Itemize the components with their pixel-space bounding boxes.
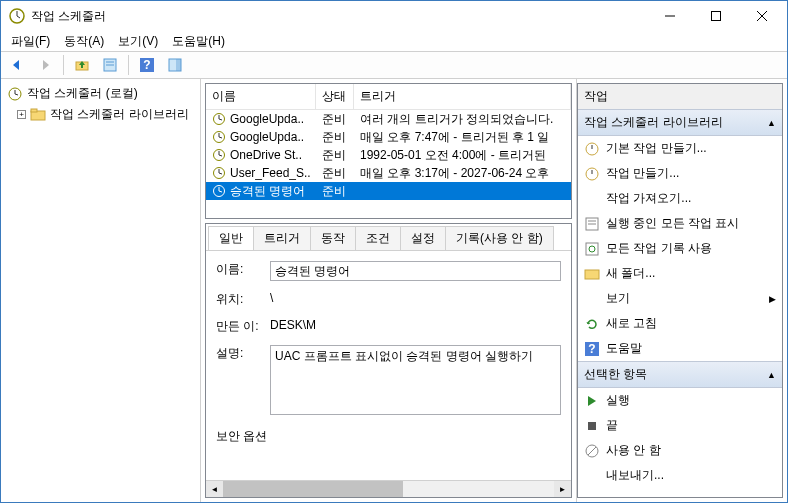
task-row[interactable]: GoogleUpda..준비여러 개의 트리거가 정의되었습니다.	[206, 110, 571, 128]
task-detail-pane: 일반 트리거 동작 조건 설정 기록(사용 안 함) 이름: 위치: \ 만든 …	[205, 223, 572, 498]
action-enable-history[interactable]: 모든 작업 기록 사용	[578, 236, 782, 261]
tab-settings[interactable]: 설정	[400, 226, 446, 250]
tab-conditions[interactable]: 조건	[355, 226, 401, 250]
help-icon: ?	[584, 341, 600, 357]
submenu-icon: ▶	[769, 294, 776, 304]
clock-icon	[584, 141, 600, 157]
list-icon	[584, 216, 600, 232]
tree-library-node[interactable]: + 작업 스케줄러 라이브러리	[5, 104, 196, 125]
actions-header: 작업	[578, 84, 782, 109]
svg-rect-42	[586, 243, 598, 255]
desc-label: 설명:	[216, 345, 270, 362]
action-disable[interactable]: 사용 안 함	[578, 438, 782, 463]
name-field[interactable]	[270, 261, 561, 281]
action-run[interactable]: 실행	[578, 388, 782, 413]
action-view[interactable]: 보기▶	[578, 286, 782, 311]
scroll-right-button[interactable]: ►	[554, 481, 571, 498]
stop-icon	[584, 418, 600, 434]
history-icon	[584, 241, 600, 257]
task-name: 승격된 명령어	[230, 183, 305, 200]
task-row[interactable]: 승격된 명령어준비	[206, 182, 571, 200]
col-state[interactable]: 상태	[316, 84, 354, 109]
menu-view[interactable]: 보기(V)	[112, 31, 164, 52]
task-list-header: 이름 상태 트리거	[206, 84, 571, 110]
nav-forward-button[interactable]	[33, 53, 57, 77]
actions-pane: 작업 작업 스케줄러 라이브러리 ▲ 기본 작업 만들기... 작업 만들기..…	[577, 83, 783, 498]
task-name: GoogleUpda..	[230, 130, 304, 144]
nav-back-button[interactable]	[5, 53, 29, 77]
minimize-button[interactable]	[647, 1, 693, 31]
clock-icon	[212, 112, 226, 126]
task-trigger: 여러 개의 트리거가 정의되었습니다.	[354, 110, 571, 129]
action-show-running[interactable]: 실행 중인 모든 작업 표시	[578, 211, 782, 236]
library-actions: 기본 작업 만들기... 작업 만들기... 작업 가져오기... 실행 중인 …	[578, 136, 782, 361]
up-folder-button[interactable]	[70, 53, 94, 77]
actions-section-library[interactable]: 작업 스케줄러 라이브러리 ▲	[578, 109, 782, 136]
action-create[interactable]: 작업 만들기...	[578, 161, 782, 186]
task-state: 준비	[316, 146, 354, 165]
maximize-button[interactable]	[693, 1, 739, 31]
action-import[interactable]: 작업 가져오기...	[578, 186, 782, 211]
action-create-basic[interactable]: 기본 작업 만들기...	[578, 136, 782, 161]
folder-icon	[30, 108, 46, 122]
close-button[interactable]	[739, 1, 785, 31]
col-trigger[interactable]: 트리거	[354, 84, 571, 109]
svg-rect-44	[585, 270, 599, 279]
task-row[interactable]: User_Feed_S..준비매일 오후 3:17에 - 2027-06-24 …	[206, 164, 571, 182]
task-name: User_Feed_S..	[230, 166, 311, 180]
task-state: 준비	[316, 128, 354, 147]
col-name[interactable]: 이름	[206, 84, 316, 109]
clock-icon	[212, 184, 226, 198]
tab-general[interactable]: 일반	[208, 226, 254, 250]
selected-actions: 실행 끝 사용 안 함 내보내기...	[578, 388, 782, 488]
menu-action[interactable]: 동작(A)	[58, 31, 110, 52]
tab-content-general: 이름: 위치: \ 만든 이: DESK\M 설명: UAC 프롬프트 표시없이…	[206, 250, 571, 480]
desc-field[interactable]: UAC 프롬프트 표시없이 승격된 명령어 실행하기	[270, 345, 561, 415]
action-new-folder[interactable]: 새 폴더...	[578, 261, 782, 286]
clock-icon	[7, 86, 23, 102]
clock-icon	[212, 130, 226, 144]
menu-help[interactable]: 도움말(H)	[166, 31, 231, 52]
action-help[interactable]: ?도움말	[578, 336, 782, 361]
task-trigger: 매일 오후 3:17에 - 2027-06-24 오후	[354, 164, 571, 183]
expand-icon[interactable]: +	[17, 110, 26, 119]
scroll-thumb[interactable]	[223, 481, 403, 497]
task-trigger: 매일 오후 7:47에 - 트리거된 후 1 일	[354, 128, 571, 147]
tab-history[interactable]: 기록(사용 안 함)	[445, 226, 554, 250]
horizontal-scrollbar[interactable]: ◄ ►	[206, 480, 571, 497]
author-value: DESK\M	[270, 318, 561, 332]
window-title: 작업 스케줄러	[31, 8, 647, 25]
clock-icon	[584, 166, 600, 182]
security-label: 보안 옵션	[216, 428, 267, 445]
svg-text:?: ?	[143, 58, 150, 72]
task-list: 이름 상태 트리거 GoogleUpda..준비여러 개의 트리거가 정의되었습…	[205, 83, 572, 219]
task-state: 준비	[316, 110, 354, 129]
tab-actions[interactable]: 동작	[310, 226, 356, 250]
actions-section-selected[interactable]: 선택한 항목 ▲	[578, 361, 782, 388]
play-icon	[584, 393, 600, 409]
refresh-icon	[584, 316, 600, 332]
task-state: 준비	[316, 164, 354, 183]
clock-icon	[212, 148, 226, 162]
svg-rect-47	[588, 422, 596, 430]
tree-root-label: 작업 스케줄러 (로컬)	[27, 85, 138, 102]
tab-triggers[interactable]: 트리거	[253, 226, 311, 250]
properties-button[interactable]	[98, 53, 122, 77]
view-pane-button[interactable]	[163, 53, 187, 77]
task-trigger: 1992-05-01 오전 4:00에 - 트리거된	[354, 146, 571, 165]
action-end[interactable]: 끝	[578, 413, 782, 438]
tree-root-node[interactable]: 작업 스케줄러 (로컬)	[5, 83, 196, 104]
task-row[interactable]: GoogleUpda..준비매일 오후 7:47에 - 트리거된 후 1 일	[206, 128, 571, 146]
task-row[interactable]: OneDrive St..준비1992-05-01 오전 4:00에 - 트리거…	[206, 146, 571, 164]
action-export[interactable]: 내보내기...	[578, 463, 782, 488]
tree-library-label: 작업 스케줄러 라이브러리	[50, 106, 189, 123]
collapse-icon: ▲	[767, 370, 776, 380]
scroll-left-button[interactable]: ◄	[206, 481, 223, 498]
middle-pane: 이름 상태 트리거 GoogleUpda..준비여러 개의 트리거가 정의되었습…	[201, 79, 577, 502]
task-list-body: GoogleUpda..준비여러 개의 트리거가 정의되었습니다.GoogleU…	[206, 110, 571, 218]
app-icon	[9, 8, 25, 24]
name-label: 이름:	[216, 261, 270, 278]
action-refresh[interactable]: 새로 고침	[578, 311, 782, 336]
menu-file[interactable]: 파일(F)	[5, 31, 56, 52]
help-button[interactable]: ?	[135, 53, 159, 77]
